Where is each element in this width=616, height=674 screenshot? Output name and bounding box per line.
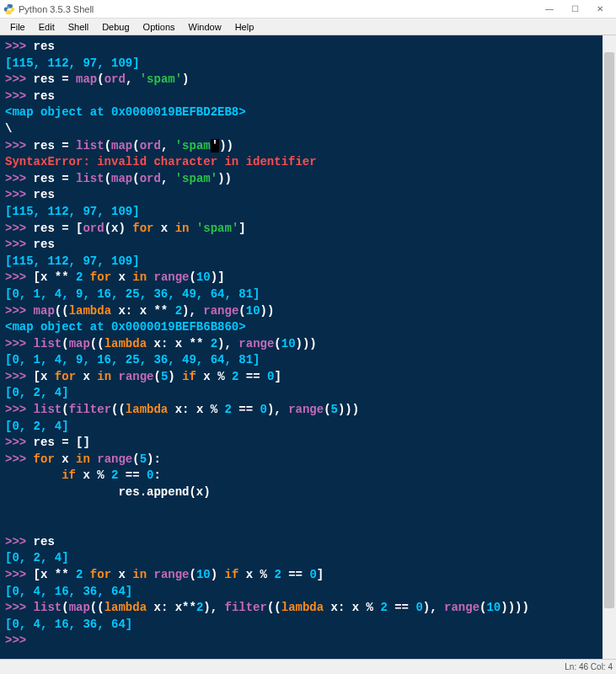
shell-line: SyntaxError: invalid character in identi… — [5, 154, 611, 171]
menu-debug[interactable]: Debug — [95, 20, 136, 34]
maximize-button[interactable]: ☐ — [562, 0, 587, 19]
shell-line: >>> res = [] — [5, 435, 611, 452]
shell-line: \ — [5, 121, 611, 138]
vertical-scrollbar[interactable] — [603, 35, 616, 659]
shell-line: res.append(x) — [5, 484, 611, 501]
shell-line: >>> map((lambda x: x ** 2), range(10)) — [5, 303, 611, 320]
menu-shell[interactable]: Shell — [62, 20, 95, 34]
shell-line: [115, 112, 97, 109] — [5, 204, 611, 221]
minimize-button[interactable]: — — [537, 0, 562, 19]
shell-line: >>> res — [5, 39, 611, 56]
menu-help[interactable]: Help — [228, 20, 261, 34]
shell-line: [0, 4, 16, 36, 64] — [5, 584, 611, 601]
python-icon — [3, 3, 15, 15]
shell-line: <map object at 0x0000019BEFBD2EB8> — [5, 104, 611, 121]
shell-line: >>> res = [ord(x) for x in 'spam'] — [5, 221, 611, 238]
cursor-position: Ln: 46 Col: 4 — [565, 662, 613, 671]
menu-window[interactable]: Window — [182, 20, 228, 34]
shell-line: [0, 4, 16, 36, 64] — [5, 617, 611, 634]
scroll-thumb[interactable] — [604, 52, 614, 608]
shell-line: >>> res = list(map(ord, 'spam')) — [5, 171, 611, 188]
shell-line: >>> list(map((lambda x: x ** 2), range(1… — [5, 336, 611, 353]
shell-line: >>> — [5, 633, 611, 650]
shell-line: <map object at 0x0000019BEFB6B860> — [5, 319, 611, 336]
shell-line: >>> res = list(map(ord, 'spam')) — [5, 138, 611, 155]
shell-line: >>> for x in range(5): — [5, 452, 611, 468]
shell-line: >>> [x ** 2 for x in range(10)] — [5, 270, 611, 286]
shell-line: >>> list(map((lambda x: x**2), filter((l… — [5, 600, 611, 617]
close-button[interactable]: ✕ — [587, 0, 613, 19]
shell-line: [0, 1, 4, 9, 16, 25, 36, 49, 64, 81] — [5, 286, 611, 303]
shell-line: [0, 2, 4] — [5, 550, 611, 567]
shell-line: >>> [x for x in range(5) if x % 2 == 0] — [5, 369, 611, 386]
menu-edit[interactable]: Edit — [32, 20, 62, 34]
statusbar: Ln: 46 Col: 4 — [0, 659, 616, 674]
shell-line: >>> res — [5, 534, 611, 551]
shell-line: >>> [x ** 2 for x in range(10) if x % 2 … — [5, 567, 611, 584]
shell-line: >>> res — [5, 88, 611, 105]
shell-line: >>> res = map(ord, 'spam') — [5, 72, 611, 88]
shell-line — [5, 517, 611, 534]
shell-line: >>> list(filter((lambda x: x % 2 == 0), … — [5, 402, 611, 419]
shell-line — [5, 501, 611, 518]
titlebar: Python 3.5.3 Shell — ☐ ✕ — [0, 0, 616, 19]
shell-line: >>> res — [5, 237, 611, 254]
shell-line: [115, 112, 97, 109] — [5, 254, 611, 270]
menu-file[interactable]: File — [3, 20, 32, 34]
shell-line: [0, 2, 4] — [5, 385, 611, 402]
shell-line: if x % 2 == 0: — [5, 468, 611, 484]
window-title: Python 3.5.3 Shell — [19, 4, 94, 14]
shell-line: [115, 112, 97, 109] — [5, 56, 611, 72]
shell-line: >>> res — [5, 187, 611, 204]
shell-line: [0, 1, 4, 9, 16, 25, 36, 49, 64, 81] — [5, 352, 611, 369]
menu-options[interactable]: Options — [137, 20, 182, 34]
menubar: File Edit Shell Debug Options Window Hel… — [0, 19, 616, 35]
shell-line: [0, 2, 4] — [5, 419, 611, 436]
shell-text-area[interactable]: >>> res[115, 112, 97, 109]>>> res = map(… — [0, 35, 616, 659]
